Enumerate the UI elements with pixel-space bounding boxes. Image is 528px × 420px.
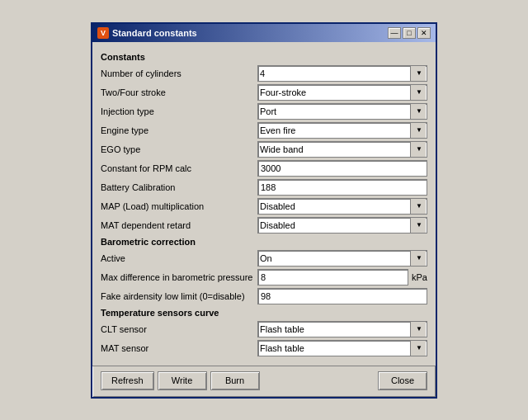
title-buttons: — □ ✕ bbox=[388, 27, 431, 39]
ctrl-injection: Port bbox=[257, 103, 427, 120]
select-clt[interactable]: Flash table bbox=[257, 321, 427, 337]
close-button[interactable]: Close bbox=[378, 371, 427, 390]
ctrl-cylinders: 4 bbox=[257, 65, 427, 82]
ctrl-baro-diff: kPa bbox=[257, 269, 427, 286]
input-airdensity[interactable] bbox=[257, 288, 427, 304]
select-wrap-mat-retard: Disabled bbox=[257, 217, 427, 234]
temp-sensors-section-title: Temperature sensors curve bbox=[101, 308, 427, 318]
select-cylinders[interactable]: 4 bbox=[257, 65, 427, 82]
minimize-button[interactable]: — bbox=[388, 27, 401, 39]
label-clt: CLT sensor bbox=[101, 324, 257, 334]
label-ego: EGO type bbox=[101, 144, 257, 154]
main-window: V Standard constants — □ ✕ Constants Num… bbox=[91, 22, 437, 399]
title-bar-left: V Standard constants bbox=[97, 27, 197, 39]
refresh-button[interactable]: Refresh bbox=[101, 371, 154, 390]
content-area: Constants Number of cylinders 4 Two/Four… bbox=[92, 42, 436, 366]
select-wrap-mat-sensor: Flash table bbox=[257, 340, 427, 356]
write-button[interactable]: Write bbox=[158, 371, 207, 390]
input-rpm-calc[interactable] bbox=[257, 160, 427, 177]
select-wrap-engine-type: Even fire bbox=[257, 122, 427, 139]
window-title: Standard constants bbox=[112, 28, 197, 38]
select-map[interactable]: Disabled bbox=[257, 198, 427, 215]
ctrl-engine-type: Even fire bbox=[257, 122, 427, 139]
label-injection: Injection type bbox=[101, 106, 257, 116]
label-battery: Battery Calibration bbox=[101, 182, 257, 192]
row-mat-sensor: MAT sensor Flash table bbox=[101, 340, 427, 356]
row-airdensity: Fake airdensity low limit (0=disable) bbox=[101, 288, 427, 304]
input-unit-baro: kPa bbox=[257, 269, 427, 286]
app-icon: V bbox=[97, 27, 109, 39]
label-baro-diff: Max difference in barometric pressure bbox=[101, 272, 257, 282]
row-cylinders: Number of cylinders 4 bbox=[101, 65, 427, 82]
button-bar: Refresh Write Burn Close bbox=[92, 366, 436, 397]
label-map: MAP (Load) multiplication bbox=[101, 201, 257, 211]
select-wrap-injection: Port bbox=[257, 103, 427, 120]
label-rpm-calc: Constant for RPM calc bbox=[101, 163, 257, 173]
label-stroke: Two/Four stroke bbox=[101, 87, 257, 97]
burn-button[interactable]: Burn bbox=[210, 371, 260, 390]
maximize-button[interactable]: □ bbox=[403, 27, 416, 39]
select-engine-type[interactable]: Even fire bbox=[257, 122, 427, 139]
row-baro-diff: Max difference in barometric pressure kP… bbox=[101, 269, 427, 286]
row-active: Active On bbox=[101, 250, 427, 267]
ctrl-mat-sensor: Flash table bbox=[257, 340, 427, 356]
select-wrap-map: Disabled bbox=[257, 198, 427, 215]
select-stroke[interactable]: Four-stroke bbox=[257, 84, 427, 101]
label-active: Active bbox=[101, 253, 257, 263]
row-injection: Injection type Port bbox=[101, 103, 427, 120]
select-wrap-stroke: Four-stroke bbox=[257, 84, 427, 101]
label-mat-sensor: MAT sensor bbox=[101, 343, 257, 353]
select-mat-retard[interactable]: Disabled bbox=[257, 217, 427, 234]
ctrl-ego: Wide band bbox=[257, 141, 427, 158]
ctrl-mat-retard: Disabled bbox=[257, 217, 427, 234]
label-mat-retard: MAT dependent retard bbox=[101, 220, 257, 230]
input-baro-diff[interactable] bbox=[257, 269, 408, 286]
row-ego: EGO type Wide band bbox=[101, 141, 427, 158]
row-clt: CLT sensor Flash table bbox=[101, 321, 427, 337]
label-engine-type: Engine type bbox=[101, 125, 257, 135]
select-active[interactable]: On bbox=[257, 250, 427, 267]
row-battery: Battery Calibration bbox=[101, 179, 427, 196]
row-rpm-calc: Constant for RPM calc bbox=[101, 160, 427, 177]
ctrl-airdensity bbox=[257, 288, 427, 304]
ctrl-stroke: Four-stroke bbox=[257, 84, 427, 101]
ctrl-active: On bbox=[257, 250, 427, 267]
select-wrap-clt: Flash table bbox=[257, 321, 427, 337]
ctrl-battery bbox=[257, 179, 427, 196]
select-injection[interactable]: Port bbox=[257, 103, 427, 120]
label-airdensity: Fake airdensity low limit (0=disable) bbox=[101, 291, 257, 301]
row-mat-retard: MAT dependent retard Disabled bbox=[101, 217, 427, 234]
input-battery[interactable] bbox=[257, 179, 427, 196]
constants-section-title: Constants bbox=[101, 52, 427, 62]
select-wrap-cylinders: 4 bbox=[257, 65, 427, 82]
row-engine-type: Engine type Even fire bbox=[101, 122, 427, 139]
row-map: MAP (Load) multiplication Disabled bbox=[101, 198, 427, 215]
row-stroke: Two/Four stroke Four-stroke bbox=[101, 84, 427, 101]
barometric-section-title: Barometric correction bbox=[101, 237, 427, 247]
ctrl-clt: Flash table bbox=[257, 321, 427, 337]
label-cylinders: Number of cylinders bbox=[101, 68, 257, 78]
select-wrap-active: On bbox=[257, 250, 427, 267]
ctrl-map: Disabled bbox=[257, 198, 427, 215]
title-bar: V Standard constants — □ ✕ bbox=[92, 24, 436, 42]
select-ego[interactable]: Wide band bbox=[257, 141, 427, 158]
button-group-left: Refresh Write Burn bbox=[101, 371, 260, 390]
ctrl-rpm-calc bbox=[257, 160, 427, 177]
unit-kpa: kPa bbox=[412, 272, 427, 282]
select-mat-sensor[interactable]: Flash table bbox=[257, 340, 427, 356]
select-wrap-ego: Wide band bbox=[257, 141, 427, 158]
close-title-button[interactable]: ✕ bbox=[417, 27, 431, 39]
